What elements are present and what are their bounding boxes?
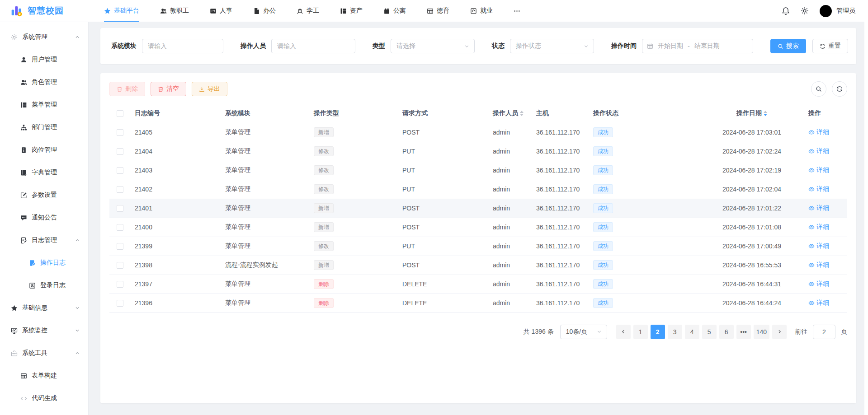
sidebar-item[interactable]: 字典管理	[0, 161, 88, 184]
sidebar-item[interactable]: 表单构建	[0, 364, 88, 387]
detail-link[interactable]: 详细	[808, 166, 829, 174]
gear-icon[interactable]	[801, 7, 809, 15]
date-range-picker[interactable]: 开始日期 - 结束日期	[642, 39, 753, 53]
detail-link[interactable]: 详细	[808, 223, 829, 231]
detail-link[interactable]: 详细	[808, 147, 829, 155]
row-checkbox[interactable]	[117, 281, 123, 288]
sidebar-item[interactable]: 通知公告	[0, 206, 88, 229]
detail-link[interactable]: 详细	[808, 299, 829, 307]
clear-button[interactable]: 清空	[151, 82, 186, 96]
top-nav-tab[interactable]: 教职工	[160, 0, 189, 22]
row-checkbox[interactable]	[117, 262, 123, 269]
sidebar-item[interactable]: 系统管理	[0, 26, 88, 48]
sidebar-item[interactable]: 系统监控	[0, 319, 88, 342]
row-checkbox[interactable]	[117, 205, 123, 212]
cell-log-id: 21403	[130, 161, 221, 180]
cell-status: 成功	[589, 275, 700, 294]
top-nav-tab[interactable]: 德育	[427, 0, 449, 22]
sort-carets[interactable]	[764, 111, 767, 116]
cell-date: 2024-06-28 16:55:53	[700, 256, 804, 275]
top-nav-tab[interactable]: 公寓	[383, 0, 406, 22]
top-nav-tab[interactable]: 办公	[253, 0, 276, 22]
row-check-cell	[109, 180, 130, 199]
column-header: 操作人员	[488, 104, 532, 123]
cell-op-type: 新增	[309, 256, 398, 275]
page-number-button[interactable]: •••	[736, 325, 751, 339]
row-checkbox[interactable]	[117, 148, 123, 155]
page-number-button[interactable]: 4	[685, 325, 699, 339]
detail-link[interactable]: 详细	[808, 242, 829, 250]
sidebar-item[interactable]: 参数设置	[0, 184, 88, 206]
top-nav-tab[interactable]: 学工	[297, 0, 319, 22]
avatar[interactable]	[820, 5, 832, 17]
show-search-button[interactable]	[811, 81, 826, 97]
top-nav-tab[interactable]: 基础平台	[104, 0, 139, 22]
page-number-button[interactable]: 1	[633, 325, 648, 339]
cell-host: 36.161.112.170	[532, 199, 589, 218]
top-nav-tab[interactable]: 人事	[210, 0, 232, 22]
status-select[interactable]: 操作状态	[510, 39, 594, 53]
reset-button[interactable]: 重置	[812, 39, 848, 53]
search-button[interactable]: 搜索	[770, 39, 806, 53]
row-checkbox[interactable]	[117, 300, 123, 307]
export-button[interactable]: 导出	[192, 82, 227, 96]
cell-operator: admin	[488, 123, 532, 142]
sidebar-item[interactable]: 岗位管理	[0, 139, 88, 161]
goto-page-input[interactable]	[813, 325, 835, 339]
detail-link[interactable]: 详细	[808, 128, 829, 136]
row-checkbox[interactable]	[117, 186, 123, 193]
module-filter-input[interactable]	[142, 39, 223, 53]
page-number-button[interactable]: 5	[702, 325, 717, 339]
sidebar-item-icon	[29, 282, 36, 289]
bell-icon[interactable]	[782, 7, 790, 15]
next-page-button[interactable]	[772, 325, 787, 339]
op-type-tag: 修改	[314, 165, 334, 175]
row-checkbox[interactable]	[117, 167, 123, 174]
refresh-table-button[interactable]	[832, 81, 847, 97]
user-name[interactable]: 管理员	[836, 7, 855, 15]
column-header: 操作日期	[700, 104, 804, 123]
top-nav-tab[interactable]: 就业	[470, 0, 493, 22]
page-number-button[interactable]: 3	[668, 325, 682, 339]
sidebar-item[interactable]: 基础信息	[0, 297, 88, 319]
cell-host: 36.161.112.170	[532, 256, 589, 275]
sidebar-item-icon	[11, 34, 18, 41]
detail-link[interactable]: 详细	[808, 185, 829, 193]
select-all-checkbox[interactable]	[117, 110, 123, 117]
sort-carets[interactable]	[520, 111, 524, 116]
sidebar-item[interactable]: 操作日志	[0, 252, 88, 274]
sidebar-item-label: 菜单管理	[32, 101, 57, 109]
row-checkbox[interactable]	[117, 224, 123, 231]
page-size-select[interactable]: 10条/页	[560, 325, 607, 339]
status-tag: 成功	[593, 184, 613, 194]
operator-filter-input[interactable]	[271, 39, 355, 53]
row-checkbox[interactable]	[117, 243, 123, 250]
delete-button[interactable]: 删除	[109, 82, 145, 96]
row-checkbox[interactable]	[117, 129, 123, 136]
page-number-button[interactable]: 140	[754, 325, 769, 339]
status-tag: 成功	[593, 127, 613, 137]
sidebar-item[interactable]: 代码生成	[0, 387, 88, 410]
detail-link[interactable]: 详细	[808, 204, 829, 212]
page-scrollbar[interactable]	[864, 0, 868, 415]
sidebar-item[interactable]: 系统工具	[0, 342, 88, 364]
top-nav-tab[interactable]	[514, 0, 524, 22]
brand[interactable]: 智慧校园	[11, 5, 89, 17]
page-number-button[interactable]: 2	[651, 325, 665, 339]
cell-status: 成功	[589, 237, 700, 256]
sidebar-item[interactable]: 菜单管理	[0, 93, 88, 116]
detail-link[interactable]: 详细	[808, 261, 829, 269]
type-select[interactable]: 请选择	[391, 39, 475, 53]
sidebar-item[interactable]: 日志管理	[0, 229, 88, 252]
cell-host: 36.161.112.170	[532, 294, 589, 312]
cell-op-type: 修改	[309, 161, 398, 180]
sidebar-item[interactable]: 用户管理	[0, 48, 88, 71]
page-number-button[interactable]: 6	[719, 325, 734, 339]
sidebar-item[interactable]: 登录日志	[0, 274, 88, 297]
chevron-down-icon	[596, 329, 602, 335]
detail-link[interactable]: 详细	[808, 280, 829, 288]
top-nav-tab[interactable]: 资产	[340, 0, 363, 22]
sidebar-item[interactable]: 角色管理	[0, 71, 88, 93]
prev-page-button[interactable]	[616, 325, 631, 339]
sidebar-item[interactable]: 部门管理	[0, 116, 88, 139]
